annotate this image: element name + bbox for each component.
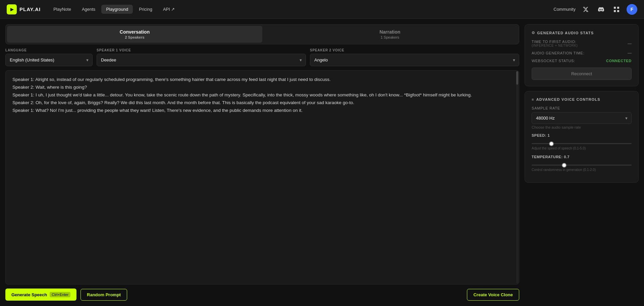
- time-first-label-group: TIME TO FIRST AUDIO: (INFERENCE + NETWOR…: [532, 40, 578, 47]
- nav-playnote[interactable]: PlayNote: [49, 5, 76, 14]
- grid-icon[interactable]: [611, 4, 622, 15]
- twitter-icon[interactable]: [580, 4, 591, 15]
- right-panel: ⊙ GENERATED AUDIO STATS TIME TO FIRST AU…: [525, 24, 639, 301]
- svg-rect-0: [614, 7, 616, 9]
- nav-api[interactable]: API ↗: [158, 5, 180, 14]
- temperature-label: TEMPERATURE: 0.7: [532, 155, 632, 159]
- stats-card: ⊙ GENERATED AUDIO STATS TIME TO FIRST AU…: [525, 24, 639, 86]
- advanced-controls-card: ≡ ADVANCED VOICE CONTROLS SAMPLE RATE 80…: [525, 91, 639, 183]
- header-right: Community F: [553, 4, 637, 15]
- temperature-hint: Control randomness in generation (0.1-2.…: [532, 168, 632, 172]
- advanced-icon: ≡: [532, 97, 534, 101]
- audio-gen-value: —: [628, 51, 632, 55]
- svg-rect-3: [617, 10, 619, 12]
- nav-playground[interactable]: Playground: [101, 5, 133, 14]
- sample-rate-select-wrapper: 8000 Hz 16000 Hz 22050 Hz 44100 Hz 48000…: [532, 112, 632, 124]
- nav-pricing[interactable]: Pricing: [134, 5, 157, 14]
- speaker2-select-wrapper: Angelo Bob Charlie ▼: [310, 54, 519, 66]
- websocket-status: CONNECTED: [606, 59, 632, 63]
- speed-slider-wrap: [532, 140, 632, 145]
- speed-slider[interactable]: [532, 143, 632, 144]
- sample-rate-label: SAMPLE RATE: [532, 106, 632, 110]
- voice-clone-button[interactable]: Create Voice Clone: [467, 289, 519, 301]
- speaker1-label: SPEAKER 1 VOICE: [97, 48, 306, 52]
- speed-hint: Adjust the speed of speech (0.1-5.0): [532, 146, 632, 150]
- avatar[interactable]: F: [627, 4, 637, 15]
- logo[interactable]: ▶ PLAY.AI: [7, 4, 41, 14]
- tab-narration-title: Narration: [268, 29, 512, 35]
- header: ▶ PLAY.AI PlayNote Agents Playground Pri…: [0, 0, 644, 19]
- speaker1-select[interactable]: Deedee Alice Bob: [97, 54, 306, 66]
- generate-speech-button[interactable]: Generate Speech Ctrl+Enter: [5, 289, 76, 301]
- svg-rect-1: [617, 7, 619, 9]
- svg-rect-2: [614, 10, 616, 12]
- logo-text: PLAY.AI: [19, 6, 41, 12]
- controls-row: LANGUAGE English (United States) English…: [5, 48, 519, 66]
- tab-conversation-sub: 2 Speakers: [12, 35, 257, 39]
- speaker1-control: SPEAKER 1 VOICE Deedee Alice Bob ▼: [97, 48, 306, 66]
- time-first-value: —: [628, 41, 632, 46]
- stats-icon: ⊙: [532, 31, 535, 35]
- time-first-sub: (INFERENCE + NETWORK): [532, 44, 578, 47]
- tab-narration-sub: 1 Speakers: [268, 35, 512, 39]
- nav-agents[interactable]: Agents: [77, 5, 100, 14]
- main-content: Conversation 2 Speakers Narration 1 Spea…: [0, 19, 644, 306]
- scrollbar-thumb: [516, 71, 518, 85]
- random-prompt-button[interactable]: Random Prompt: [80, 289, 127, 301]
- websocket-label: WEBSOCKET STATUS:: [532, 59, 575, 63]
- temperature-slider[interactable]: [532, 165, 632, 166]
- audio-gen-row: AUDIO GENERATION TIME: —: [532, 51, 632, 55]
- language-label: LANGUAGE: [5, 48, 93, 52]
- websocket-row: WEBSOCKET STATUS: CONNECTED: [532, 59, 632, 63]
- language-control: LANGUAGE English (United States) English…: [5, 48, 93, 66]
- script-textarea[interactable]: Speaker 1: Alright so, instead of our re…: [6, 71, 519, 144]
- speaker2-label: SPEAKER 2 VOICE: [310, 48, 519, 52]
- script-input-wrap: Speaker 1: Alright so, instead of our re…: [5, 70, 519, 285]
- sample-rate-hint: Choose the audio sample rate: [532, 125, 632, 129]
- tab-narration[interactable]: Narration 1 Speakers: [262, 26, 518, 43]
- action-row: Generate Speech Ctrl+Enter Random Prompt…: [5, 289, 519, 301]
- generate-label: Generate Speech: [11, 292, 47, 297]
- tab-conversation-title: Conversation: [12, 29, 257, 35]
- advanced-card-title: ≡ ADVANCED VOICE CONTROLS: [532, 97, 632, 101]
- time-first-audio-row: TIME TO FIRST AUDIO: (INFERENCE + NETWOR…: [532, 40, 632, 47]
- reconnect-button[interactable]: Reconnect: [532, 68, 632, 80]
- language-select[interactable]: English (United States) English (UK) Spa…: [5, 54, 93, 66]
- speaker2-control: SPEAKER 2 VOICE Angelo Bob Charlie ▼: [310, 48, 519, 66]
- audio-gen-label: AUDIO GENERATION TIME:: [532, 51, 584, 55]
- logo-icon: ▶: [7, 4, 17, 14]
- generate-shortcut: Ctrl+Enter: [50, 292, 70, 297]
- language-select-wrapper: English (United States) English (UK) Spa…: [5, 54, 93, 66]
- stats-card-title: ⊙ GENERATED AUDIO STATS: [532, 31, 632, 35]
- nav: PlayNote Agents Playground Pricing API ↗: [49, 5, 553, 14]
- speaker1-select-wrapper: Deedee Alice Bob ▼: [97, 54, 306, 66]
- community-link[interactable]: Community: [553, 7, 576, 12]
- tab-bar: Conversation 2 Speakers Narration 1 Spea…: [5, 24, 519, 44]
- tab-conversation[interactable]: Conversation 2 Speakers: [7, 26, 262, 43]
- speed-label: SPEED: 1: [532, 133, 632, 137]
- discord-icon[interactable]: [596, 4, 606, 15]
- sample-rate-select[interactable]: 8000 Hz 16000 Hz 22050 Hz 44100 Hz 48000…: [532, 112, 632, 124]
- time-first-label: TIME TO FIRST AUDIO:: [532, 40, 578, 44]
- left-panel: Conversation 2 Speakers Narration 1 Spea…: [5, 24, 519, 301]
- temperature-slider-wrap: [532, 162, 632, 167]
- speaker2-select[interactable]: Angelo Bob Charlie: [310, 54, 519, 66]
- scrollbar-track[interactable]: [516, 71, 518, 283]
